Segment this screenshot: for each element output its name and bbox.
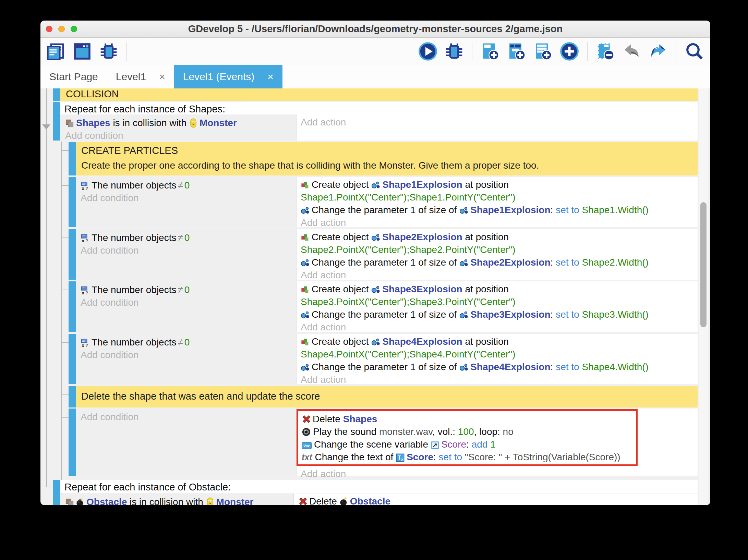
actions-column[interactable]: Create object Shape3Explosion at positio… (297, 281, 698, 332)
action-change-size[interactable]: Change the parameter 1 of size of Shape4… (301, 361, 698, 373)
action-change-text[interactable]: txtChange the text of TxScore: set to "S… (302, 451, 636, 464)
debugger-icon[interactable] (98, 41, 119, 62)
actions-column[interactable]: Create object Shape4Explosion at positio… (297, 334, 698, 384)
close-tab-icon[interactable]: × (267, 71, 274, 83)
add-action-button[interactable]: Add action (301, 467, 346, 480)
add-event-icon[interactable] (480, 41, 501, 62)
action-change-size[interactable]: Change the parameter 1 of size of Shape1… (301, 204, 698, 216)
action-delete-obstacle[interactable]: Delete Obstacle (298, 495, 698, 505)
add-condition-button[interactable]: Add condition (81, 192, 296, 204)
tab-level1[interactable]: Level1 × (107, 65, 174, 88)
redo-icon[interactable] (648, 41, 669, 62)
event-repeat-obstacle[interactable]: Repeat for each instance of Obstacle: Ob… (53, 480, 698, 505)
scene-editor-icon[interactable] (72, 41, 93, 62)
collapse-arrow[interactable] (42, 124, 50, 130)
scrollbar-thumb[interactable] (700, 202, 707, 327)
action-create-object[interactable]: Create object Shape1Explosion at positio… (301, 178, 698, 191)
add-action-button[interactable]: Add action (301, 116, 698, 129)
action-play-sound[interactable]: Play the sound monster.wav, vol.: 100, l… (302, 425, 636, 438)
conditions-column[interactable]: Obstacle is in collision with Monster (60, 494, 294, 505)
action-change-size[interactable]: Change the parameter 1 of size of Shape2… (301, 256, 698, 269)
project-manager-icon[interactable] (45, 41, 67, 62)
collision-icon (65, 498, 74, 505)
conditions-column[interactable]: Add condition (76, 409, 297, 476)
debug-icon[interactable] (444, 41, 465, 62)
action-delete-shapes[interactable]: Delete Shapes (302, 413, 636, 425)
add-action-button[interactable]: Add action (301, 373, 698, 386)
repeat-header: Repeat for each instance of Shapes: (60, 102, 698, 115)
action-create-object[interactable]: Create object Shape4Explosion at positio… (301, 335, 698, 348)
search-icon[interactable] (684, 41, 705, 62)
add-subevent-icon[interactable] (506, 41, 527, 62)
add-condition-button[interactable]: Add condition (81, 296, 296, 309)
action-position-expression[interactable]: Shape4.PointX("Center");Shape4.PointY("C… (301, 348, 698, 361)
event-handle[interactable] (69, 177, 76, 227)
event-handle[interactable] (69, 386, 76, 407)
action-create-object[interactable]: Create object Shape2Explosion at positio… (301, 231, 698, 243)
action-position-expression[interactable]: Shape2.PointX("Center");Shape2.PointY("C… (301, 243, 698, 256)
action-create-object[interactable]: Create object Shape3Explosion at positio… (301, 283, 698, 295)
condition-number-objects[interactable]: x?The number objects≠0 (81, 179, 296, 192)
event-shape4[interactable]: x?The number objects≠0 Add condition Cre… (69, 334, 698, 385)
add-action-button[interactable]: Add action (301, 269, 698, 281)
action-change-size[interactable]: Change the parameter 1 of size of Shape3… (301, 308, 698, 321)
svg-text:T: T (398, 454, 401, 461)
comment-collision[interactable]: COLLISION (53, 88, 698, 101)
event-handle[interactable] (53, 88, 60, 101)
condition-number-objects[interactable]: x?The number objects≠0 (81, 283, 296, 296)
conditions-column[interactable]: x?The number objects≠0 Add condition (76, 229, 297, 280)
minimize-window-button[interactable] (58, 26, 65, 32)
undo-icon[interactable] (621, 41, 642, 62)
condition-collision[interactable]: Obstacle is in collision with Monster (65, 496, 293, 505)
event-handle[interactable] (69, 334, 76, 384)
tab-start-page[interactable]: Start Page (40, 65, 107, 88)
add-comment-icon[interactable] (532, 41, 554, 62)
close-tab-icon[interactable]: × (159, 71, 165, 83)
event-update-score[interactable]: Add condition Delete Shapes Play the sou… (69, 409, 698, 477)
tab-level1-events[interactable]: Level1 (Events) × (174, 65, 282, 88)
action-change-scene-variable[interactable]: VarChange the scene variable Score: add … (302, 438, 636, 451)
event-handle[interactable] (69, 142, 76, 175)
event-handle[interactable] (69, 409, 76, 476)
actions-column[interactable]: Create object Shape1Explosion at positio… (297, 177, 698, 227)
object-count-icon: x? (81, 234, 89, 243)
condition-number-objects[interactable]: x?The number objects≠0 (81, 336, 296, 349)
comment-delete-shape[interactable]: Delete the shape that was eaten and upda… (69, 386, 698, 407)
event-handle[interactable] (69, 229, 76, 280)
add-condition-button[interactable]: Add condition (81, 244, 296, 257)
add-action-button[interactable]: Add action (301, 321, 698, 333)
conditions-column[interactable]: x?The number objects≠0 Add condition (76, 177, 297, 227)
actions-column[interactable]: Create object Shape2Explosion at positio… (297, 229, 698, 280)
actions-column[interactable]: Delete Obstacle (294, 494, 698, 505)
delete-icon (298, 497, 308, 505)
add-condition-button[interactable]: Add condition (81, 411, 296, 423)
condition-collision[interactable]: Shapes is in collision with Monster (65, 117, 296, 129)
event-shape3[interactable]: x?The number objects≠0 Add condition Cre… (69, 281, 698, 333)
add-circle-icon[interactable] (559, 41, 580, 62)
event-handle[interactable] (69, 281, 76, 332)
tree-line (61, 342, 69, 343)
action-position-expression[interactable]: Shape1.PointX("Center");Shape1.PointY("C… (301, 191, 698, 204)
event-repeat-shapes[interactable]: Repeat for each instance of Shapes: Shap… (53, 102, 698, 142)
event-handle[interactable] (53, 480, 60, 505)
event-handle[interactable] (53, 102, 60, 141)
play-icon[interactable] (417, 41, 438, 62)
event-shape2[interactable]: x?The number objects≠0 Add condition Cre… (69, 229, 698, 281)
condition-number-objects[interactable]: x?The number objects≠0 (81, 231, 296, 244)
remove-event-icon[interactable] (595, 41, 616, 62)
scrollbar-track[interactable] (699, 88, 708, 505)
actions-column[interactable]: Add action (297, 114, 698, 141)
action-position-expression[interactable]: Shape3.PointX("Center");Shape3.PointY("C… (301, 295, 698, 308)
conditions-column[interactable]: Shapes is in collision with Monster Add … (60, 114, 297, 141)
comment-create-particles[interactable]: CREATE PARTICLES Create the proper one a… (69, 142, 698, 175)
add-condition-button[interactable]: Add condition (81, 349, 296, 361)
actions-column[interactable]: Delete Shapes Play the sound monster.wav… (297, 409, 698, 476)
conditions-column[interactable]: x?The number objects≠0 Add condition (76, 281, 297, 332)
add-action-button[interactable]: Add action (301, 216, 698, 229)
conditions-column[interactable]: x?The number objects≠0 Add condition (76, 334, 297, 384)
event-shape1[interactable]: x?The number objects≠0 Add condition Cre… (69, 177, 698, 228)
add-condition-button[interactable]: Add condition (65, 129, 296, 142)
zoom-window-button[interactable] (71, 26, 77, 32)
toolbar-separator (472, 42, 472, 61)
close-window-button[interactable] (46, 26, 52, 32)
